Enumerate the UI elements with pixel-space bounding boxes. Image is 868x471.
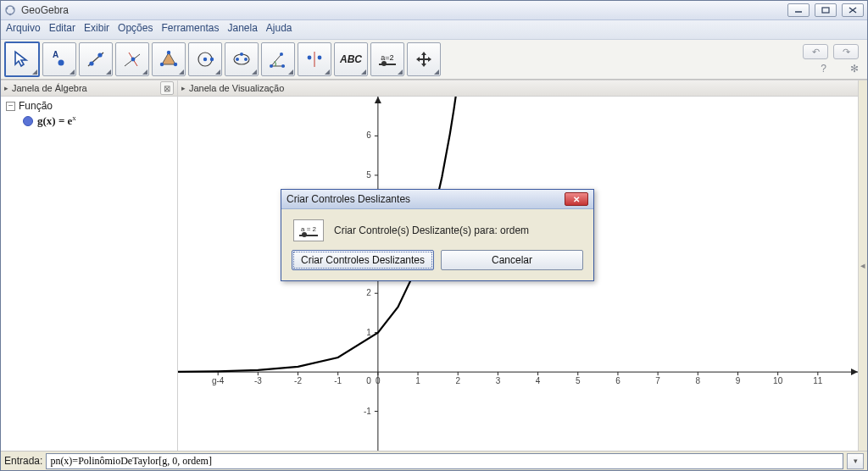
input-dropdown-button[interactable]: ▾ xyxy=(847,453,864,469)
algebra-expand-icon[interactable]: ▸ xyxy=(4,84,8,92)
dialog-message: Criar Controle(s) Deslizante(s) para: or… xyxy=(334,224,529,236)
dialog-title-label: Criar Controles Deslizantes xyxy=(287,193,410,205)
tool-move[interactable] xyxy=(4,42,40,77)
window-buttons xyxy=(787,3,864,17)
tree-collapse-icon[interactable]: – xyxy=(6,102,15,111)
svg-text:7: 7 xyxy=(655,376,660,385)
toolbar: A ABC a=2 xyxy=(1,40,867,80)
tree-item-label: g(x) = ex xyxy=(37,114,76,128)
svg-point-12 xyxy=(97,53,102,57)
svg-point-24 xyxy=(236,58,239,61)
algebra-tree: – Função g(x) = ex xyxy=(1,97,177,131)
svg-point-3 xyxy=(9,14,12,16)
svg-point-29 xyxy=(281,64,285,68)
svg-point-11 xyxy=(89,61,93,65)
tool-polygon[interactable] xyxy=(152,42,186,76)
command-input[interactable] xyxy=(46,453,843,469)
maximize-button[interactable] xyxy=(815,3,837,17)
svg-text:A: A xyxy=(53,50,58,59)
tool-move-view[interactable] xyxy=(407,42,441,76)
svg-text:-1: -1 xyxy=(364,407,371,416)
svg-point-18 xyxy=(174,63,177,66)
menu-exibir[interactable]: Exibir xyxy=(84,22,109,37)
svg-text:6: 6 xyxy=(366,130,371,140)
svg-text:2: 2 xyxy=(366,288,371,297)
titlebar: GeoGebra xyxy=(1,1,867,20)
tree-group-label: Função xyxy=(19,100,53,112)
svg-text:0: 0 xyxy=(376,376,381,385)
tree-item-gx[interactable]: g(x) = ex xyxy=(6,114,172,128)
menubar: Arquivo Editar Exibir Opções Ferramentas… xyxy=(1,20,867,40)
svg-marker-34 xyxy=(851,368,858,375)
svg-point-1 xyxy=(6,8,8,10)
svg-text:5: 5 xyxy=(576,376,581,385)
dialog-titlebar[interactable]: Criar Controles Deslizantes ✕ xyxy=(281,190,593,209)
tool-circle[interactable] xyxy=(188,42,222,76)
slider-icon: a = 2 xyxy=(293,219,324,241)
dialog-close-button[interactable]: ✕ xyxy=(565,192,588,206)
svg-point-28 xyxy=(280,53,283,56)
svg-text:g-4: g-4 xyxy=(212,376,225,385)
graphics-expand-icon[interactable]: ▸ xyxy=(181,84,186,92)
text-tool-label: ABC xyxy=(340,53,362,65)
menu-arquivo[interactable]: Arquivo xyxy=(6,22,41,37)
svg-text:-3: -3 xyxy=(254,376,262,385)
window-title: GeoGebra xyxy=(21,4,787,16)
svg-point-19 xyxy=(160,63,164,66)
tool-text[interactable]: ABC xyxy=(334,42,368,76)
svg-text:10: 10 xyxy=(773,376,783,385)
svg-point-17 xyxy=(167,51,170,54)
menu-ajuda[interactable]: Ajuda xyxy=(266,22,292,37)
svg-marker-36 xyxy=(375,97,381,103)
input-label: Entrada: xyxy=(4,455,42,467)
menu-opcoes[interactable]: Opções xyxy=(118,22,153,37)
help-icon[interactable]: ? xyxy=(821,63,826,75)
graphics-panel-title: ▸ Janela de Visualização xyxy=(178,80,858,97)
menu-editar[interactable]: Editar xyxy=(49,22,75,37)
tool-angle[interactable] xyxy=(261,42,295,76)
dialog-cancel-button[interactable]: Cancelar xyxy=(441,250,583,270)
svg-point-32 xyxy=(318,56,322,60)
graphics-title-label: Janela de Visualização xyxy=(189,83,284,93)
tree-group-funcao[interactable]: – Função xyxy=(6,100,172,112)
svg-text:9: 9 xyxy=(736,376,741,385)
svg-text:-2: -2 xyxy=(294,376,302,385)
menu-janela[interactable]: Janela xyxy=(227,22,257,37)
menu-ferramentas[interactable]: Ferramentas xyxy=(161,22,219,37)
svg-point-25 xyxy=(244,58,248,61)
tool-point[interactable]: A xyxy=(42,42,76,76)
svg-point-22 xyxy=(210,58,214,61)
svg-text:5: 5 xyxy=(366,170,371,180)
chevron-left-icon: ◂ xyxy=(860,260,865,271)
tool-reflect[interactable] xyxy=(298,42,331,76)
svg-point-2 xyxy=(13,8,15,10)
minimize-button[interactable] xyxy=(787,3,810,17)
dialog-buttons: Criar Controles Deslizantes Cancelar xyxy=(281,250,593,280)
algebra-title-label: Janela de Álgebra xyxy=(12,83,87,93)
svg-text:1: 1 xyxy=(366,328,371,337)
tool-perpendicular[interactable] xyxy=(115,42,149,76)
visibility-dot-icon[interactable] xyxy=(23,116,33,126)
svg-text:1: 1 xyxy=(415,376,420,385)
slider-dialog: Criar Controles Deslizantes ✕ a = 2 Cria… xyxy=(281,189,594,281)
dialog-body: a = 2 Criar Controle(s) Deslizante(s) pa… xyxy=(281,209,593,250)
svg-point-31 xyxy=(308,56,312,60)
close-window-button[interactable] xyxy=(842,3,864,17)
app-window: GeoGebra Arquivo Editar Exibir Opções Fe… xyxy=(0,0,868,471)
svg-rect-5 xyxy=(822,8,829,13)
side-expand-handle[interactable]: ◂ xyxy=(858,80,867,451)
svg-point-27 xyxy=(270,64,273,68)
undo-button[interactable]: ↶ xyxy=(803,44,828,59)
svg-text:-1: -1 xyxy=(334,376,342,385)
algebra-close-button[interactable]: ⊠ xyxy=(160,81,174,95)
tool-ellipse[interactable] xyxy=(225,42,259,76)
svg-point-26 xyxy=(240,53,243,56)
redo-button[interactable]: ↷ xyxy=(833,44,859,59)
settings-icon[interactable]: ✻ xyxy=(850,63,859,75)
tool-line[interactable] xyxy=(79,42,113,76)
tool-slider[interactable]: a=2 xyxy=(370,42,404,76)
svg-point-21 xyxy=(203,58,207,61)
svg-text:3: 3 xyxy=(496,376,501,385)
dialog-ok-button[interactable]: Criar Controles Deslizantes xyxy=(292,250,434,270)
svg-text:2: 2 xyxy=(455,376,460,385)
